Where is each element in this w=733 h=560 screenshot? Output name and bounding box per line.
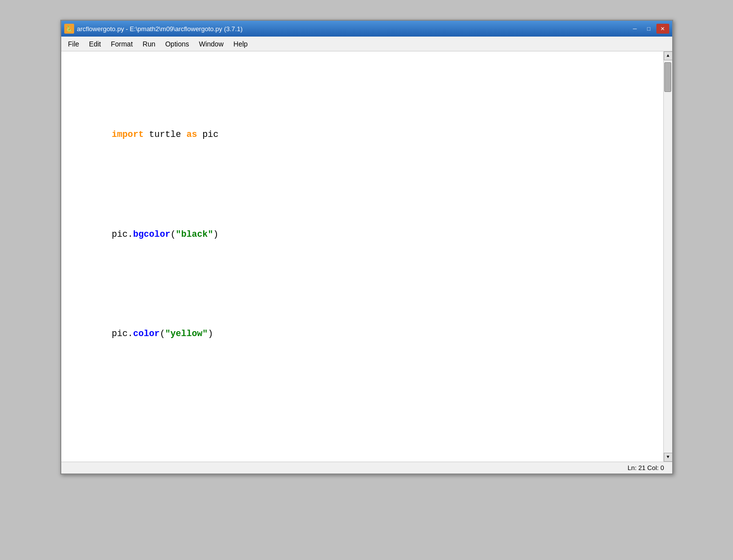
keyword-import: import bbox=[112, 129, 144, 139]
scroll-thumb[interactable] bbox=[664, 62, 671, 92]
title-buttons: ─ □ ✕ bbox=[629, 24, 669, 34]
scroll-up-button[interactable]: ▲ bbox=[664, 51, 672, 60]
menu-bar: File Edit Format Run Options Window Help bbox=[61, 37, 672, 51]
code-line-2: pic.bgcolor("black") bbox=[69, 213, 655, 256]
scroll-down-button[interactable]: ▼ bbox=[664, 453, 672, 462]
close-button[interactable]: ✕ bbox=[656, 24, 669, 34]
code-editor[interactable]: import turtle as pic pic.bgcolor("black"… bbox=[61, 51, 663, 462]
title-bar-left: 🐍 arcflowergoto.py - E:\pmath2\m09\arcfl… bbox=[64, 24, 243, 34]
cursor-position: Ln: 21 Col: 0 bbox=[628, 464, 664, 472]
main-window: 🐍 arcflowergoto.py - E:\pmath2\m09\arcfl… bbox=[60, 20, 673, 474]
app-icon: 🐍 bbox=[64, 24, 74, 34]
editor-container: import turtle as pic pic.bgcolor("black"… bbox=[61, 51, 672, 462]
empty-line-1 bbox=[69, 412, 655, 427]
menu-help[interactable]: Help bbox=[228, 38, 253, 50]
status-bar: Ln: 21 Col: 0 bbox=[61, 462, 672, 474]
menu-file[interactable]: File bbox=[63, 38, 85, 50]
restore-button[interactable]: □ bbox=[643, 24, 655, 34]
title-bar: 🐍 arcflowergoto.py - E:\pmath2\m09\arcfl… bbox=[61, 21, 672, 37]
scroll-track[interactable] bbox=[664, 60, 672, 453]
menu-window[interactable]: Window bbox=[194, 38, 228, 50]
menu-run[interactable]: Run bbox=[138, 38, 161, 50]
menu-format[interactable]: Format bbox=[106, 38, 137, 50]
window-title: arcflowergoto.py - E:\pmath2\m09\arcflow… bbox=[77, 25, 243, 33]
code-line-3: pic.color("yellow") bbox=[69, 312, 655, 355]
menu-edit[interactable]: Edit bbox=[84, 38, 106, 50]
code-line-1: import turtle as pic bbox=[69, 113, 655, 156]
vertical-scrollbar[interactable]: ▲ ▼ bbox=[663, 51, 672, 462]
menu-options[interactable]: Options bbox=[160, 38, 194, 50]
minimize-button[interactable]: ─ bbox=[629, 24, 642, 34]
